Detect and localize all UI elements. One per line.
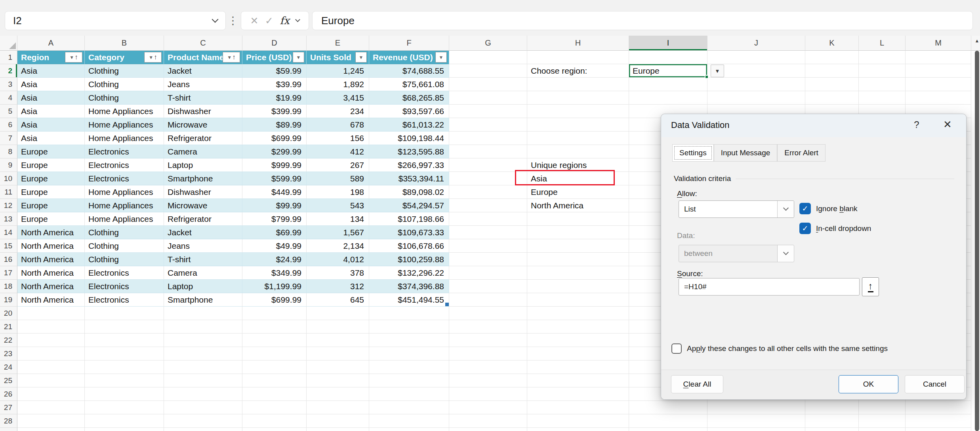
cell-M1[interactable] [906, 51, 971, 64]
cell-D23[interactable] [242, 347, 307, 360]
row-header-25[interactable]: 25 [0, 374, 17, 387]
cell-H16[interactable] [527, 253, 629, 266]
cell-B2[interactable]: Clothing [85, 64, 164, 78]
tab-error-alert[interactable]: Error Alert [777, 144, 826, 162]
cell-D26[interactable] [242, 387, 307, 401]
cell-D6[interactable]: $89.99 [242, 118, 307, 132]
cell-B11[interactable]: Home Appliances [85, 185, 164, 199]
cell-I2[interactable]: Europe [629, 64, 707, 78]
cell-E2[interactable]: 1,245 [307, 64, 369, 78]
cell-C25[interactable] [164, 374, 242, 387]
filter-button[interactable]: ▼ [435, 52, 447, 63]
cell-G16[interactable] [449, 253, 527, 266]
cell-A22[interactable] [17, 334, 85, 347]
cell-C23[interactable] [164, 347, 242, 360]
row-header-13[interactable]: 13 [0, 212, 17, 226]
insert-function-icon[interactable]: fx [280, 15, 290, 26]
row-header-12[interactable]: 12 [0, 199, 17, 212]
cell-F7[interactable]: $109,198.44 [369, 132, 449, 145]
cell-F23[interactable] [369, 347, 449, 360]
row-header-20[interactable]: 20 [0, 307, 17, 320]
cell-E12[interactable]: 543 [307, 199, 369, 212]
cell-E29[interactable] [307, 428, 369, 431]
cell-F20[interactable] [369, 307, 449, 320]
cell-F17[interactable]: $132,296.22 [369, 266, 449, 280]
cell-H23[interactable] [527, 347, 629, 360]
cell-D14[interactable]: $69.99 [242, 226, 307, 239]
cell-B18[interactable]: Electronics [85, 280, 164, 293]
cell-A26[interactable] [17, 387, 85, 401]
cell-C5[interactable]: Dishwasher [164, 105, 242, 118]
row-header-6[interactable]: 6 [0, 118, 17, 132]
cell-E3[interactable]: 1,892 [307, 78, 369, 91]
row-header-11[interactable]: 11 [0, 185, 17, 199]
column-header-L[interactable]: L [859, 36, 906, 51]
scrollbar-thumb[interactable] [975, 51, 979, 431]
cell-E23[interactable] [307, 347, 369, 360]
help-icon[interactable]: ? [911, 119, 923, 130]
allow-dropdown[interactable]: List [679, 200, 794, 218]
row-header-29[interactable]: 29 [0, 428, 17, 431]
row-header-21[interactable]: 21 [0, 320, 17, 334]
cell-F29[interactable] [369, 428, 449, 431]
cell-A1[interactable]: Region▼↑ [17, 51, 85, 64]
cell-F22[interactable] [369, 334, 449, 347]
column-header-I[interactable]: I [629, 36, 707, 51]
row-header-7[interactable]: 7 [0, 132, 17, 145]
cell-A28[interactable] [17, 414, 85, 428]
cell-H13[interactable] [527, 212, 629, 226]
cell-A12[interactable]: Europe [17, 199, 85, 212]
row-header-17[interactable]: 17 [0, 266, 17, 280]
cell-H15[interactable] [527, 239, 629, 253]
cell-C11[interactable]: Dishwasher [164, 185, 242, 199]
cell-H2[interactable]: Choose region: [527, 64, 629, 78]
cell-B6[interactable]: Home Appliances [85, 118, 164, 132]
cell-F1[interactable]: Revenue (USD)▼ [369, 51, 449, 64]
cell-B12[interactable]: Home Appliances [85, 199, 164, 212]
cell-F6[interactable]: $61,013.22 [369, 118, 449, 132]
row-header-10[interactable]: 10 [0, 172, 17, 185]
row-header-1[interactable]: 1 [0, 51, 17, 64]
cell-H22[interactable] [527, 334, 629, 347]
cell-C22[interactable] [164, 334, 242, 347]
column-header-B[interactable]: B [85, 36, 164, 51]
cell-B7[interactable]: Home Appliances [85, 132, 164, 145]
cell-E7[interactable]: 156 [307, 132, 369, 145]
filter-sort-button[interactable]: ▼↑ [144, 52, 162, 63]
cell-A16[interactable]: North America [17, 253, 85, 266]
row-header-15[interactable]: 15 [0, 239, 17, 253]
row-header-19[interactable]: 19 [0, 293, 17, 307]
cell-C3[interactable]: Jeans [164, 78, 242, 91]
cell-C12[interactable]: Microwave [164, 199, 242, 212]
cell-K2[interactable] [805, 64, 859, 78]
cell-D25[interactable] [242, 374, 307, 387]
cell-E17[interactable]: 378 [307, 266, 369, 280]
cell-D13[interactable]: $799.99 [242, 212, 307, 226]
cell-L3[interactable] [859, 78, 906, 91]
cancel-button[interactable]: Cancel [905, 375, 965, 393]
cell-C1[interactable]: Product Name▼↑ [164, 51, 242, 64]
cell-A21[interactable] [17, 320, 85, 334]
cell-H5[interactable] [527, 105, 629, 118]
column-header-J[interactable]: J [707, 36, 805, 51]
cell-D12[interactable]: $99.99 [242, 199, 307, 212]
cell-B27[interactable] [85, 401, 164, 414]
cell-G26[interactable] [449, 387, 527, 401]
cell-C8[interactable]: Camera [164, 145, 242, 158]
cell-A27[interactable] [17, 401, 85, 414]
cell-F19[interactable]: $451,494.55 [369, 293, 449, 307]
cell-I27[interactable] [629, 401, 707, 414]
cell-F15[interactable]: $106,678.66 [369, 239, 449, 253]
cell-G17[interactable] [449, 266, 527, 280]
cell-D20[interactable] [242, 307, 307, 320]
cell-B1[interactable]: Category▼↑ [85, 51, 164, 64]
cell-A2[interactable]: Asia [17, 64, 85, 78]
cell-E10[interactable]: 589 [307, 172, 369, 185]
cell-M29[interactable] [906, 428, 971, 431]
cell-J28[interactable] [707, 414, 805, 428]
cell-C10[interactable]: Smartphone [164, 172, 242, 185]
cell-F28[interactable] [369, 414, 449, 428]
cell-F26[interactable] [369, 387, 449, 401]
column-header-D[interactable]: D [242, 36, 307, 51]
cell-C21[interactable] [164, 320, 242, 334]
